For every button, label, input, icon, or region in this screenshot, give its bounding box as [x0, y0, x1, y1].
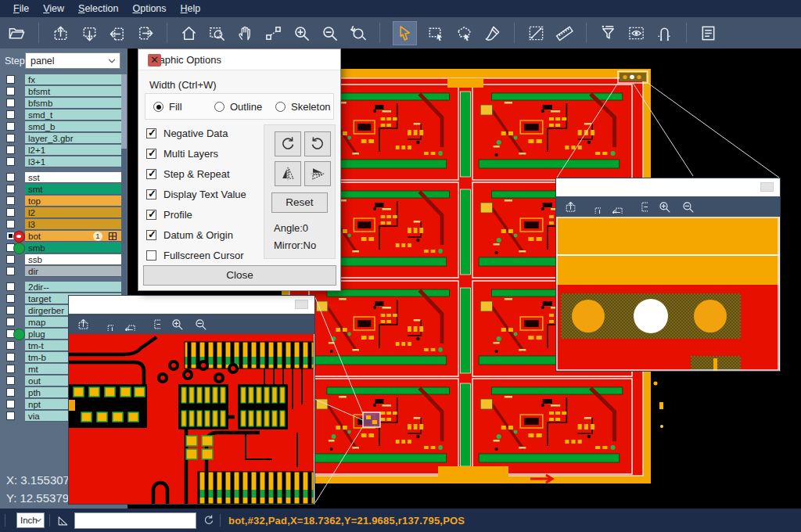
checkbox-display-text-value[interactable]: Display Text Value — [146, 189, 246, 200]
measure-nodes-icon[interactable] — [264, 24, 282, 42]
layer-row[interactable]: 2dir-- — [0, 282, 121, 293]
mirror-horizontal-button[interactable] — [304, 161, 331, 186]
layer-checkbox[interactable] — [6, 267, 15, 275]
layer-checkbox[interactable] — [6, 87, 15, 95]
layer-row[interactable]: l2+1 — [0, 145, 121, 156]
layer-checkbox[interactable] — [6, 220, 15, 228]
layer-label[interactable]: dir — [25, 266, 121, 277]
unit-select[interactable]: Inch — [16, 512, 45, 528]
open-folder-icon[interactable] — [8, 24, 26, 42]
checkbox[interactable] — [146, 169, 156, 179]
rotate-cw-button[interactable] — [275, 131, 301, 156]
layer-label[interactable]: bfsmb — [25, 98, 121, 109]
layer-checkbox[interactable] — [6, 146, 15, 154]
checkbox[interactable] — [146, 149, 156, 159]
checkbox-fullscreen-cursor[interactable]: Fullscreen Cursor — [146, 250, 244, 261]
layer-checkbox[interactable] — [6, 99, 15, 107]
checkbox-negative-data[interactable]: Negative Data — [146, 128, 228, 139]
step-right-icon[interactable] — [147, 318, 160, 331]
radio-dot[interactable] — [275, 102, 286, 112]
layer-checkbox[interactable] — [6, 282, 15, 291]
checkbox-multi-layers[interactable]: Multi Layers — [146, 148, 218, 160]
layer-label[interactable]: bot — [25, 231, 121, 242]
command-input[interactable] — [74, 512, 196, 529]
step-up-icon[interactable] — [564, 200, 577, 214]
layer-row[interactable]: l3 — [0, 219, 121, 230]
layer-checkbox[interactable] — [6, 318, 15, 326]
layer-label[interactable]: top — [25, 196, 121, 207]
checkbox[interactable] — [146, 230, 156, 240]
clean-brush-icon[interactable] — [483, 24, 501, 42]
layer-label[interactable]: fx — [25, 74, 121, 85]
zoom-in-icon[interactable] — [293, 24, 311, 42]
radio-outline[interactable]: Outline — [214, 101, 262, 113]
layer-label[interactable]: layer_3.gbr — [25, 133, 121, 144]
zoom-window-icon[interactable] — [208, 24, 226, 42]
step-select[interactable]: panel — [25, 52, 120, 69]
layer-checkbox[interactable] — [6, 255, 15, 264]
layer-row[interactable]: sst — [0, 172, 121, 183]
popup-window-button[interactable] — [295, 300, 308, 309]
step-down-icon[interactable] — [587, 200, 601, 214]
zoom-out-icon[interactable] — [321, 24, 339, 42]
layer-label[interactable]: smb — [25, 243, 121, 253]
layer-label[interactable]: l2 — [25, 207, 121, 218]
layer-row[interactable]: dir — [0, 266, 121, 277]
checkbox[interactable] — [146, 250, 156, 261]
layer-row[interactable]: bfsmb — [0, 98, 121, 109]
layer-label[interactable]: bfsmt — [25, 86, 121, 97]
layer-row[interactable]: top — [0, 196, 121, 207]
close-button[interactable]: Close — [143, 265, 336, 286]
scrollbar-thumb[interactable] — [121, 74, 127, 149]
zoom-popup-detail[interactable] — [68, 295, 315, 505]
layer-checkbox[interactable] — [6, 365, 15, 373]
layer-row[interactable]: layer_3.gbr — [0, 133, 121, 144]
checkbox-step-repeat[interactable]: Step & Repeat — [146, 168, 230, 180]
layer-row-active[interactable]: bot 1 — [0, 231, 121, 242]
trace-loop-icon[interactable] — [656, 24, 673, 42]
popup-window-button[interactable] — [760, 182, 774, 192]
zoom-out-icon[interactable] — [681, 200, 695, 214]
step-left-icon[interactable] — [124, 318, 137, 331]
rect-select-icon[interactable] — [427, 24, 445, 42]
layer-row[interactable]: bfsmt — [0, 86, 121, 97]
home-view-icon[interactable] — [180, 24, 198, 42]
layer-label[interactable]: smd_b — [25, 121, 121, 132]
layer-label[interactable]: ssb — [25, 254, 121, 265]
layer-checkbox[interactable] — [6, 110, 15, 119]
zoom-in-icon[interactable] — [658, 200, 671, 214]
grid-icon[interactable] — [108, 232, 117, 241]
layer-checkbox[interactable] — [6, 173, 15, 182]
layer-checkbox[interactable] — [6, 294, 15, 303]
layer-label[interactable]: smt — [25, 184, 121, 195]
step-right-icon[interactable] — [634, 200, 648, 214]
refresh-icon[interactable] — [203, 514, 215, 527]
step-left-icon[interactable] — [108, 24, 126, 42]
layer-checkbox[interactable] — [6, 412, 15, 420]
step-up-icon[interactable] — [77, 318, 90, 331]
popup-titlebar[interactable] — [69, 296, 314, 314]
layer-checkbox[interactable] — [6, 353, 15, 361]
measure-diagonal-icon[interactable] — [527, 24, 545, 42]
checkbox[interactable] — [146, 189, 156, 200]
zoom-out-icon[interactable] — [194, 318, 207, 331]
layer-label[interactable]: smd_t — [25, 110, 121, 120]
layer-row[interactable]: ssb — [0, 254, 121, 265]
layer-label[interactable]: 2dir-- — [25, 282, 121, 293]
layer-checkbox[interactable] — [6, 388, 15, 397]
filter-icon[interactable] — [599, 24, 617, 42]
menu-file[interactable]: File — [6, 2, 36, 16]
radio-dot[interactable] — [214, 102, 224, 112]
zoom-previous-icon[interactable] — [349, 24, 367, 42]
menu-options[interactable]: Options — [125, 2, 173, 16]
radio-skeleton[interactable]: Skeleton — [275, 101, 331, 113]
checkbox[interactable] — [146, 128, 156, 138]
ruler-icon[interactable] — [555, 24, 573, 42]
checkbox[interactable] — [146, 210, 156, 220]
step-down-icon[interactable] — [80, 24, 98, 42]
layer-checkbox[interactable] — [6, 122, 15, 131]
layer-checkbox[interactable] — [6, 208, 15, 217]
step-left-icon[interactable] — [611, 200, 624, 214]
layer-row[interactable]: smd_t — [0, 110, 121, 120]
poly-select-icon[interactable] — [455, 24, 473, 42]
